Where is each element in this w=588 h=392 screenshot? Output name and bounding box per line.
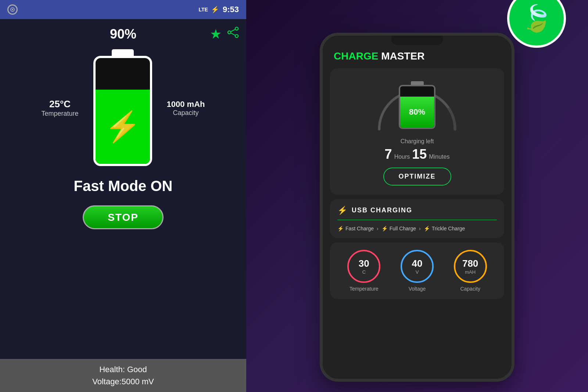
charging-left-label: Charging left [401,138,434,145]
fast-charge-label: Fast Charge [345,226,374,231]
temp-stat-unit: C [362,269,366,275]
usb-header: ⚡ USB CHARGING [337,206,497,220]
temperature-info: 25°C Temperature [41,98,78,118]
gauge-card: 80% Charging left 7 Hours 15 Minutes OPT… [330,68,504,195]
voltage-text: Voltage:5000 mV [92,377,154,386]
battery-icon-tip [411,81,424,85]
star-icon[interactable]: ★ [210,26,222,42]
app-header: CHARGE MASTER [330,48,504,64]
gauge-arc: 80% [369,78,465,133]
capacity-stat-value: 780 [462,258,478,269]
capacity-info: 1000 mAh Capacity [167,100,205,117]
wifi-indicator [7,4,18,15]
optimize-button[interactable]: OPTIMIZE [383,168,451,186]
voltage-stat-label: Voltage [409,286,426,292]
lte-label: LTE [199,7,208,12]
voltage-stat-value: 40 [412,258,423,269]
health-text: Health: Good Voltage:5000 mV [7,363,239,388]
battery-visual-left: ⚡ [90,49,156,167]
status-bar: LTE ⚡ 9:53 [0,0,246,19]
battery-icon-body: 80% [399,85,435,129]
hours-label: Hours [394,154,410,160]
battery-tip [112,49,134,56]
battery-icon-centered: 80% [399,81,435,129]
arrow-2: › [419,226,421,231]
temp-stat-value: 30 [359,258,369,269]
temperature-value: 25°C [41,98,78,110]
app-content: 90% ★ 25°C Temperature [0,19,246,392]
right-panel: 🍃 CHARGE MASTER [246,0,588,392]
capacity-stat-unit: mAH [465,269,476,275]
full-charge-label: Full Charge [390,226,416,231]
svg-point-3 [228,31,231,34]
voltage-stat-unit: V [416,269,419,275]
usb-icon: ⚡ [337,206,347,215]
phone-mockup: CHARGE MASTER 80% [320,33,514,382]
health-good: Health: Good [99,365,147,374]
phone-content: CHARGE MASTER 80% [323,36,512,379]
logo-circle: 🍃 [507,0,566,48]
battery-charging-icon: ⚡ [211,6,219,14]
action-icons: ★ [210,26,239,42]
phone-notch [391,36,443,45]
hours-value: 7 [385,147,392,162]
charge-word: CHARGE [334,50,378,62]
leaf-icon: 🍃 [521,3,553,33]
arrow-1: › [377,226,379,231]
full-charge-bolt: ⚡ [381,226,388,231]
stop-button[interactable]: STOP [83,205,164,229]
lightning-bolt-icon: ⚡ [104,109,141,144]
status-icons: LTE ⚡ [199,6,219,14]
trickle-charge-stage: ⚡ Trickle Charge [424,226,465,231]
battery-fill: ⚡ [96,90,150,164]
stat-voltage: 40 V Voltage [401,250,434,292]
svg-line-5 [231,29,235,32]
fast-mode-text: Fast Mode ON [74,178,173,194]
voltage-circle: 40 V [401,250,434,283]
capacity-circle: 780 mAH [454,250,487,283]
minutes-value: 15 [412,147,427,162]
time-display: 9:53 [223,5,239,14]
usb-card: ⚡ USB CHARGING ⚡ Fast Charge › ⚡ Full Ch… [330,199,504,238]
battery-percent-left: 90% [110,26,136,42]
fast-charge-bolt: ⚡ [337,226,344,231]
battery-body: ⚡ [93,56,152,166]
health-bar: Health: Good Voltage:5000 mV [0,359,246,392]
battery-container: 25°C Temperature ⚡ 1000 mAh Capacity [41,49,205,167]
master-word: MASTER [381,50,424,62]
wifi-icon [7,4,18,15]
full-charge-stage: ⚡ Full Charge [381,226,416,231]
temperature-label: Temperature [41,110,78,118]
temp-circle: 30 C [347,250,380,283]
svg-point-2 [235,27,238,30]
app-title: CHARGE MASTER [334,50,424,62]
capacity-stat-label: Capacity [460,286,480,292]
charge-stages: ⚡ Fast Charge › ⚡ Full Charge › ⚡ Trickl… [337,226,497,231]
svg-point-1 [12,9,13,10]
stat-capacity: 780 mAH Capacity [454,250,487,292]
time-row: 7 Hours 15 Minutes [385,147,450,162]
stats-card: 30 C Temperature 40 V Voltage 780 mAH [330,242,504,299]
capacity-label: Capacity [167,109,205,117]
battery-fill-green: 80% [400,97,434,127]
temp-stat-label: Temperature [349,286,379,292]
svg-line-6 [231,33,235,35]
trickle-charge-label: Trickle Charge [432,226,465,231]
share-icon[interactable] [227,26,239,42]
capacity-value: 1000 mAh [167,100,205,109]
battery-percent-right: 80% [409,107,425,117]
svg-point-4 [235,35,238,37]
minutes-label: Minutes [429,154,449,160]
usb-title: USB CHARGING [352,206,412,214]
left-panel: LTE ⚡ 9:53 90% ★ 25°C Temperature [0,0,246,392]
fast-charge-stage: ⚡ Fast Charge [337,226,374,231]
stat-temperature: 30 C Temperature [347,250,380,292]
trickle-charge-bolt: ⚡ [424,226,430,231]
